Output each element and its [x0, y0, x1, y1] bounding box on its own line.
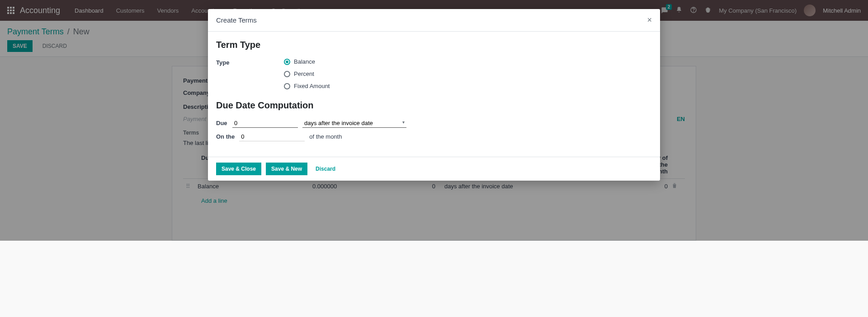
save-new-button[interactable]: Save & New	[266, 163, 307, 175]
modal-discard-button[interactable]: Discard	[312, 163, 339, 175]
radio-fixed[interactable]: Fixed Amount	[284, 83, 330, 89]
day-of-month-input[interactable]	[239, 132, 305, 141]
due-option-select[interactable]	[302, 119, 406, 128]
radio-label-balance: Balance	[294, 58, 315, 65]
save-close-button[interactable]: Save & Close	[216, 163, 261, 175]
radio-icon	[284, 59, 290, 65]
close-icon[interactable]: ×	[647, 15, 652, 25]
chevron-down-icon[interactable]: ▾	[402, 120, 405, 125]
radio-icon	[284, 71, 290, 77]
section-term-type: Term Type	[216, 40, 652, 50]
create-terms-dialog: Create Terms × Term Type Type Balance Pe…	[208, 9, 660, 181]
due-days-input[interactable]	[232, 119, 298, 128]
section-due-date: Due Date Computation	[216, 100, 652, 111]
radio-label-fixed: Fixed Amount	[294, 83, 330, 89]
modal-overlay: Create Terms × Term Type Type Balance Pe…	[0, 0, 868, 241]
label-on-the: On the	[216, 133, 235, 140]
radio-icon	[284, 83, 290, 89]
radio-balance[interactable]: Balance	[284, 58, 330, 65]
dialog-title: Create Terms	[216, 16, 257, 24]
radio-label-percent: Percent	[294, 70, 314, 77]
label-type: Type	[216, 58, 284, 89]
label-of-month: of the month	[309, 133, 342, 140]
label-due: Due	[216, 120, 228, 126]
radio-percent[interactable]: Percent	[284, 70, 330, 77]
